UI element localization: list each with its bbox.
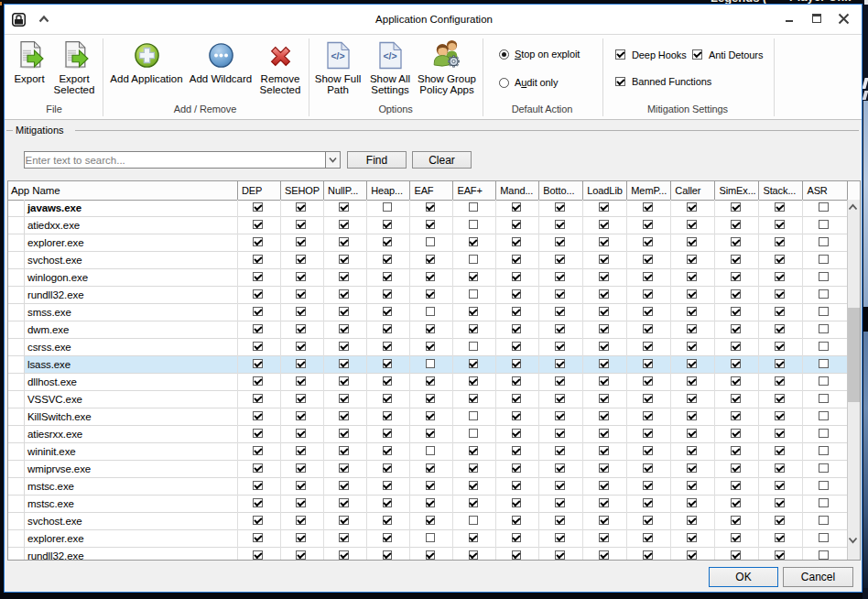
svg-text:</>: </> (383, 50, 396, 61)
svg-text:</>: </> (331, 50, 344, 61)
